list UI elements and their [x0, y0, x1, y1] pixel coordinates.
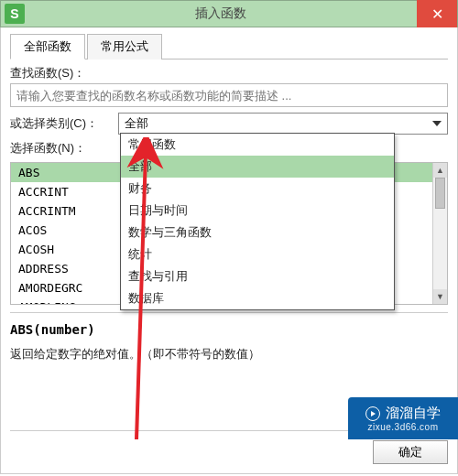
category-combo[interactable]: 全部 — [118, 113, 448, 135]
dropdown-item[interactable]: 数学与三角函数 — [121, 222, 394, 243]
search-row: 查找函数(S)： — [10, 65, 448, 107]
category-value: 全部 — [125, 115, 148, 132]
dropdown-item[interactable]: 查找与引用 — [121, 265, 394, 287]
category-row: 或选择类别(C)： 全部 — [10, 113, 448, 135]
scroll-down-icon[interactable]: ▼ — [433, 289, 447, 304]
title-bar: S 插入函数 ✕ — [0, 0, 458, 27]
ok-button[interactable]: 确定 — [373, 440, 448, 464]
function-description: 返回给定数字的绝对值。（即不带符号的数值） — [10, 346, 448, 362]
close-button[interactable]: ✕ — [417, 0, 457, 27]
dropdown-item[interactable]: 财务 — [121, 178, 394, 200]
function-signature: ABS(number) — [10, 322, 448, 337]
chevron-down-icon — [432, 121, 442, 126]
watermark: 溜溜自学 zixue.3d66.com — [348, 397, 458, 439]
dropdown-item[interactable]: 统计 — [121, 243, 394, 265]
dropdown-item[interactable]: 全部 — [121, 156, 394, 178]
tab-common-formula[interactable]: 常用公式 — [87, 34, 162, 60]
tab-all-functions[interactable]: 全部函数 — [10, 34, 85, 60]
app-logo: S — [5, 4, 25, 24]
window-title: 插入函数 — [25, 5, 417, 22]
category-label: 或选择类别(C)： — [10, 115, 118, 132]
dropdown-item[interactable]: 日期与时间 — [121, 200, 394, 222]
scrollbar[interactable]: ▲ ▼ — [432, 163, 447, 304]
watermark-brand: 溜溜自学 — [386, 405, 441, 422]
divider — [10, 312, 448, 313]
dropdown-item[interactable]: 常用函数 — [121, 134, 394, 156]
play-icon — [365, 406, 380, 421]
search-label: 查找函数(S)： — [10, 65, 448, 81]
watermark-url: zixue.3d66.com — [367, 422, 438, 432]
search-input[interactable] — [10, 83, 448, 107]
dropdown-item[interactable]: 数据库 — [121, 287, 394, 309]
close-icon: ✕ — [431, 5, 443, 23]
tab-strip: 全部函数 常用公式 — [10, 33, 448, 60]
scroll-thumb[interactable] — [435, 178, 445, 209]
scroll-up-icon[interactable]: ▲ — [433, 163, 447, 178]
button-row: 确定 — [373, 440, 448, 464]
category-dropdown[interactable]: 常用函数 全部 财务 日期与时间 数学与三角函数 统计 查找与引用 数据库 — [120, 133, 395, 310]
